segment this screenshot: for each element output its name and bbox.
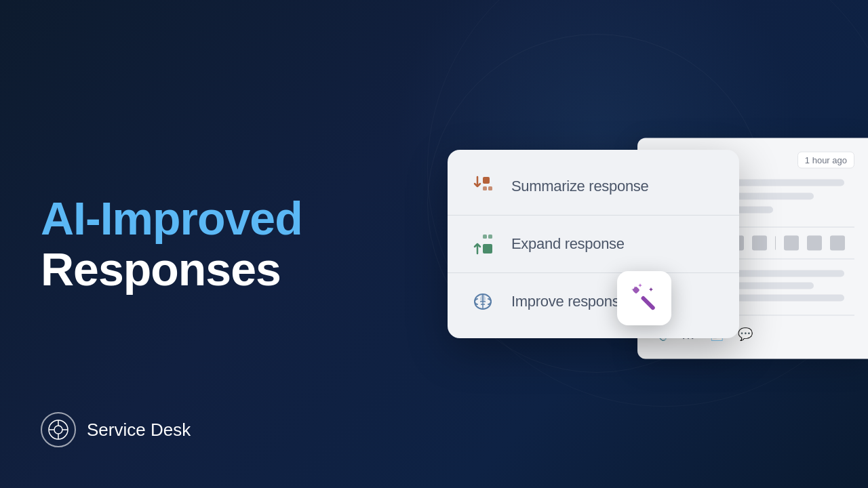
magic-wand-button[interactable] — [617, 271, 671, 325]
right-panel: 1 hour ago 📎 🖼 📄 💬 — [407, 0, 868, 488]
svg-rect-16 — [640, 296, 656, 311]
timestamp-badge: 1 hour ago — [797, 152, 854, 169]
brand-logo — [41, 412, 76, 447]
svg-rect-8 — [488, 186, 492, 190]
toolbar-divider — [775, 237, 776, 250]
brand-footer: Service Desk — [41, 412, 191, 447]
svg-rect-17 — [632, 286, 639, 293]
headline-line1: AI-Improved — [41, 193, 380, 244]
brand-name: Service Desk — [87, 420, 191, 441]
toolbar-list-icon — [752, 236, 767, 251]
summarize-menu-item[interactable]: Summarize response — [448, 158, 739, 216]
improve-label: Improve response — [511, 293, 627, 310]
magic-wand-icon — [627, 281, 662, 316]
expand-icon — [468, 229, 498, 259]
improve-menu-item[interactable]: Improve response — [448, 273, 739, 330]
headline-line2: Responses — [41, 244, 380, 295]
expand-menu-item[interactable]: Expand response — [448, 216, 739, 273]
headline: AI-Improved Responses — [41, 193, 380, 295]
summarize-label: Summarize response — [511, 178, 648, 195]
svg-rect-7 — [483, 186, 487, 190]
ai-menu-card: Summarize response Expand response — [448, 150, 739, 338]
svg-rect-11 — [483, 244, 492, 253]
toolbar-quote-icon — [784, 236, 799, 251]
toolbar-more-icon — [830, 236, 845, 251]
svg-point-1 — [54, 426, 62, 434]
summarize-icon — [468, 171, 498, 201]
toolbar-link-icon — [807, 236, 822, 251]
improve-icon — [468, 287, 498, 317]
expand-label: Expand response — [511, 235, 625, 253]
svg-rect-9 — [483, 235, 487, 239]
svg-rect-6 — [483, 177, 490, 184]
svg-rect-10 — [488, 235, 492, 239]
brand-logo-icon — [47, 419, 69, 441]
